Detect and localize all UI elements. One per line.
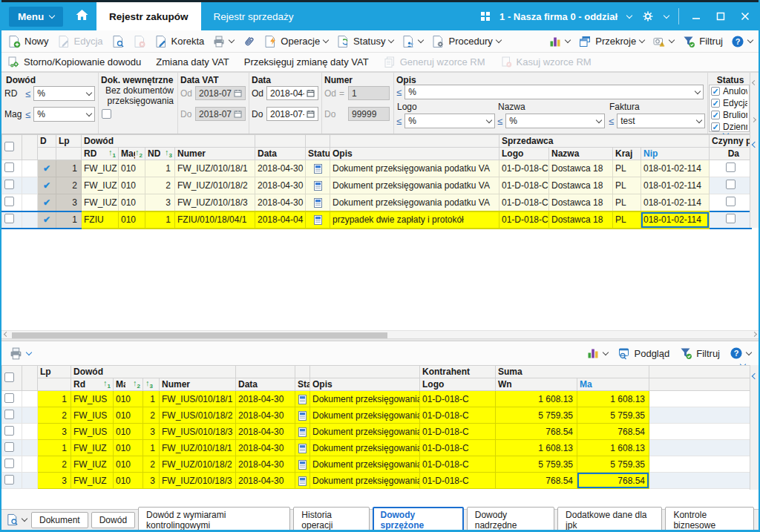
table-row[interactable]: 1 FW_IUZ 010 1 FW_IUZ/010/18/1 2018-04-3… [2, 440, 753, 456]
col-header-data[interactable]: Data [236, 378, 295, 391]
cell-czynny[interactable] [710, 160, 752, 177]
scrollbar-thumb[interactable] [12, 332, 387, 338]
status-checkbox[interactable] [711, 122, 720, 131]
app-grid-icon[interactable] [481, 12, 490, 21]
home-button[interactable] [76, 9, 88, 21]
detail-tab[interactable]: Dokument [31, 512, 88, 528]
row-checkbox[interactable] [4, 393, 14, 403]
numer-od-field[interactable]: 1 [348, 86, 390, 100]
cell-ma[interactable]: 1 608.13 [577, 391, 649, 407]
status-option[interactable]: Dzienn [711, 121, 747, 132]
row-checkbox[interactable] [4, 442, 14, 452]
table-row[interactable]: ✔ 1 FW_IUZ 010 1 FW_IUZ/010/18/1 2018-04… [2, 160, 752, 177]
col-header-nip[interactable]: Nip [641, 148, 710, 160]
table-row[interactable]: ✔ 1 FZIU 010 1 FZIU/010/18/04/1 2018-04-… [2, 211, 752, 229]
cell-nip[interactable]: 018-01-02-114 [641, 177, 710, 194]
table-row[interactable]: 1 FW_IUS 010 1 FW_IUS/010/18/1 2018-04-3… [2, 391, 753, 407]
cell-nip[interactable]: 018-01-02-114 [641, 194, 710, 211]
podglad-button[interactable]: Podgląd [618, 347, 670, 360]
select-all-checkbox[interactable] [4, 142, 14, 151]
data-vat-do-field[interactable]: 2018-07-1 [195, 107, 246, 121]
row-checkbox[interactable] [4, 475, 14, 485]
print-button[interactable] [212, 35, 234, 48]
detail-help-button[interactable]: ? [730, 347, 751, 360]
storno-button[interactable]: Storno/Kopiowanie dowodu [7, 56, 141, 68]
cell-ma[interactable]: 768.54 [577, 473, 649, 489]
detail-chart-button[interactable] [586, 347, 608, 360]
detail-tab[interactable]: Dowód z wymiarami kontrolingowymi [138, 507, 290, 532]
detail-tab[interactable]: Historia operacji [293, 507, 369, 532]
nazwa-filter-dropdown[interactable]: % [505, 114, 605, 128]
chart-button[interactable] [548, 35, 570, 48]
row-select-cell[interactable] [2, 391, 22, 407]
cell-czynny[interactable] [710, 211, 752, 229]
delete-document-button[interactable] [133, 35, 146, 48]
row-select-cell[interactable] [2, 440, 22, 456]
status-checkbox[interactable] [711, 87, 720, 96]
czynny-checkbox[interactable] [726, 180, 736, 189]
cell-nip[interactable]: 018-01-02-114 [641, 160, 710, 177]
col-header-opis[interactable]: Opis [310, 378, 420, 391]
czynny-checkbox[interactable] [726, 197, 736, 206]
col-group-kontrahent[interactable]: Kontrahent [420, 366, 496, 378]
row-checkbox[interactable] [4, 214, 14, 223]
opis-filter-dropdown[interactable]: % [404, 85, 704, 99]
procedury-button[interactable]: Procedury [431, 35, 500, 48]
statusy-button[interactable]: Statusy [336, 35, 393, 48]
data-od-field[interactable]: 2018-04-0 [266, 86, 318, 100]
maximize-button[interactable] [713, 7, 728, 25]
col-header-kraj[interactable]: Kraj [613, 148, 641, 160]
bez-dokumentow-checkbox[interactable] [102, 109, 111, 119]
preview-document-button[interactable] [111, 35, 125, 48]
table-row[interactable]: 3 FW_IUS 010 3 FW_IUS/010/18/3 2018-04-3… [2, 424, 753, 440]
table-row[interactable]: 2 FW_IUZ 010 2 FW_IUZ/010/18/2 2018-04-3… [2, 456, 753, 473]
table-row[interactable]: ✔ 3 FW_IUZ 010 3 FW_IUZ/010/18/3 2018-04… [2, 194, 752, 211]
col-header-mag[interactable]: Mag↑2 [119, 148, 145, 160]
filter-scroll-strip[interactable] [750, 73, 759, 134]
col-header-numer[interactable]: Numer [160, 378, 236, 391]
col-header-wn[interactable]: Wn [496, 378, 577, 391]
help-button[interactable]: ? [731, 35, 753, 48]
col-group-lp[interactable]: Lp [38, 366, 71, 378]
data-vat-od-field[interactable]: 2018-07-1 [195, 86, 246, 100]
row-select-cell[interactable] [2, 211, 22, 229]
menu-button[interactable]: Menu [9, 7, 63, 27]
row-checkbox[interactable] [4, 180, 14, 189]
cell-czynny[interactable] [710, 177, 752, 194]
company-selector[interactable]: 1 - Nasza firma 0 - oddział [499, 11, 618, 22]
row-select-cell[interactable] [2, 456, 22, 473]
document-users-button[interactable] [402, 35, 423, 48]
cell-ma[interactable]: 5 759.35 [577, 407, 649, 424]
col-group-dowod[interactable]: Dowód [82, 135, 255, 148]
operacje-button[interactable]: Operacje [263, 35, 328, 48]
przekroje-button[interactable]: Przekroje [578, 35, 644, 48]
col-header-logo[interactable]: Logo [420, 378, 496, 391]
cell-ma[interactable]: 1 608.13 [577, 440, 649, 456]
mag-filter-dropdown[interactable]: % [33, 107, 95, 122]
kasuj-wzorce-button[interactable]: Kasuj wzorce RM [500, 56, 592, 68]
status-option[interactable]: Edycja [711, 97, 747, 109]
detail-tab[interactable]: Dowody sprzężone [373, 507, 464, 532]
rd-filter-dropdown[interactable]: % [33, 86, 95, 101]
detail-print-button[interactable] [9, 347, 31, 361]
row-select-cell[interactable] [2, 194, 22, 211]
select-all-checkbox[interactable] [4, 372, 14, 382]
col-header-nazwa[interactable]: Nazwa [549, 148, 613, 160]
edycja-button[interactable]: Edycja [57, 35, 103, 48]
col-group-czynny[interactable]: Czynny po [710, 135, 752, 148]
status-option[interactable]: Brulion [711, 109, 747, 121]
row-checkbox[interactable] [4, 162, 14, 172]
chevron-down-icon[interactable] [664, 12, 669, 18]
faktura-filter-dropdown[interactable]: test [617, 114, 705, 128]
row-checkbox[interactable] [4, 426, 14, 436]
col-header-ma[interactable]: Ma [577, 378, 649, 391]
col-group-sprzedawca[interactable]: Sprzedawca [499, 135, 710, 148]
row-select-cell[interactable] [2, 407, 22, 424]
cell-nip[interactable]: 018-01-02-114 [641, 211, 710, 229]
grid-scroll-strip[interactable] [750, 365, 759, 490]
col-group-dowod[interactable]: Dowód [71, 366, 236, 378]
row-checkbox[interactable] [4, 410, 14, 419]
scroll-right-button[interactable] [750, 332, 759, 338]
grid-scroll-strip[interactable] [750, 134, 759, 228]
row-checkbox[interactable] [4, 459, 14, 468]
